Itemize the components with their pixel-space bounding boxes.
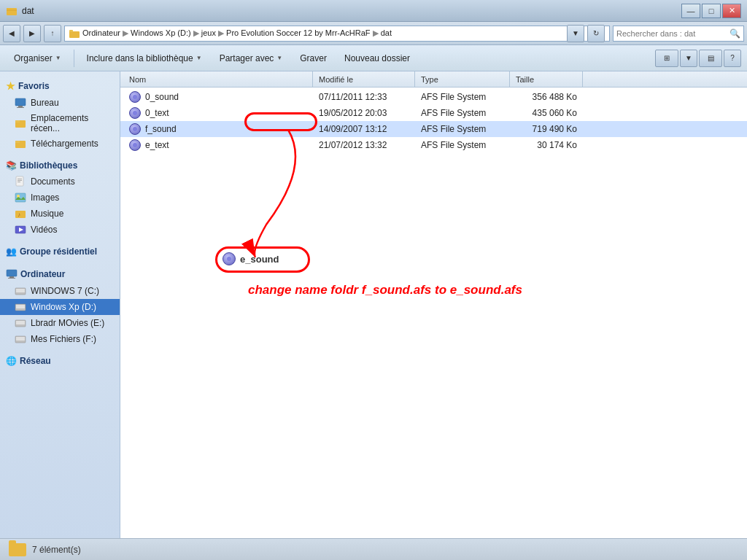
sidebar-item-videos[interactable]: Vidéos bbox=[0, 222, 120, 238]
reseau-header[interactable]: 🌐 Réseau bbox=[0, 353, 120, 369]
share-dropdown-arrow: ▼ bbox=[276, 55, 282, 61]
view-options-button[interactable]: ⊞ bbox=[655, 50, 678, 67]
file-date-cell: 14/09/2007 13:12 bbox=[313, 124, 415, 134]
toolbar-separator bbox=[74, 50, 74, 67]
maximize-button[interactable]: □ bbox=[702, 4, 721, 18]
refresh-button[interactable]: ↻ bbox=[587, 25, 605, 42]
close-button[interactable]: ✕ bbox=[722, 4, 741, 18]
svg-rect-26 bbox=[16, 289, 25, 292]
recent-icon bbox=[15, 117, 26, 129]
status-bar: 7 élément(s) bbox=[0, 538, 747, 560]
sidebar-item-images[interactable]: Images bbox=[0, 190, 120, 206]
instruction-text: change name foldr f_sound.afs to e_sound… bbox=[248, 283, 522, 298]
file-type-cell: AFS File System bbox=[415, 140, 510, 150]
afs-file-icon bbox=[129, 91, 141, 103]
window-controls: — □ ✕ bbox=[681, 4, 741, 18]
include-library-button[interactable]: Inclure dans la bibliothèque ▼ bbox=[79, 50, 210, 67]
favorites-section: ★ Favoris Bureau Emplacements récen... bbox=[0, 77, 120, 152]
svg-rect-12 bbox=[16, 176, 23, 186]
drive-f-icon bbox=[15, 333, 26, 345]
svg-rect-4 bbox=[69, 30, 73, 32]
svg-rect-14 bbox=[18, 180, 22, 181]
file-size-cell: 30 174 Ko bbox=[510, 140, 583, 150]
file-type-cell: AFS File System bbox=[415, 108, 510, 118]
sidebar-item-windowsxp[interactable]: Windows Xp (D:) bbox=[0, 299, 120, 315]
sidebar-item-emplacements[interactable]: Emplacements récen... bbox=[0, 111, 120, 136]
table-row[interactable]: e_text 21/07/2012 13:32 AFS File System … bbox=[120, 137, 747, 153]
svg-rect-28 bbox=[16, 305, 25, 308]
sidebar-item-documents[interactable]: Documents bbox=[0, 174, 120, 190]
file-size-cell: 356 488 Ko bbox=[510, 92, 583, 102]
new-folder-button[interactable]: Nouveau dossier bbox=[336, 50, 418, 67]
up-button[interactable]: ↑ bbox=[44, 25, 61, 42]
sidebar-item-musique[interactable]: ♪ Musique bbox=[0, 206, 120, 222]
col-name-header[interactable]: Nom bbox=[123, 71, 313, 87]
file-name-cell: 0_sound bbox=[123, 91, 313, 103]
ordinateur-section: Ordinateur WINDOWS 7 (C:) Windows Xp (D:… bbox=[0, 265, 120, 347]
status-count: 7 élément(s) bbox=[32, 545, 81, 555]
help-button[interactable]: ? bbox=[724, 50, 741, 67]
svg-rect-9 bbox=[15, 120, 20, 122]
preview-pane-button[interactable]: ▤ bbox=[699, 50, 722, 67]
col-size-header[interactable]: Taille bbox=[510, 71, 583, 87]
network-icon: 🌐 bbox=[6, 356, 17, 366]
drive-d-icon bbox=[15, 301, 26, 313]
file-date-cell: 21/07/2012 13:32 bbox=[313, 140, 415, 150]
e-sound-icon bbox=[222, 252, 236, 265]
favorites-header[interactable]: ★ Favoris bbox=[0, 77, 120, 95]
forward-button[interactable]: ▶ bbox=[23, 25, 41, 42]
file-list: 0_sound 07/11/2011 12:33 AFS File System… bbox=[120, 88, 747, 155]
star-icon: ★ bbox=[6, 80, 15, 92]
toolbar: Organiser ▼ Inclure dans la bibliothèque… bbox=[0, 45, 747, 71]
view-dropdown-button[interactable]: ▼ bbox=[680, 50, 697, 67]
col-date-header[interactable]: Modifié le bbox=[313, 71, 415, 87]
organise-dropdown-arrow: ▼ bbox=[55, 55, 61, 61]
folder-icon bbox=[69, 28, 80, 39]
svg-rect-11 bbox=[15, 141, 20, 143]
e-sound-annotation: e_sound bbox=[222, 252, 279, 265]
title-bar-left: dat bbox=[6, 5, 34, 17]
file-name-cell: e_text bbox=[123, 139, 313, 151]
file-name-cell: 0_text bbox=[123, 107, 313, 119]
address-dropdown-button[interactable]: ▼ bbox=[567, 25, 584, 42]
burn-button[interactable]: Graver bbox=[292, 50, 335, 67]
sidebar-item-lbradr[interactable]: Lbradr MOvies (E:) bbox=[0, 315, 120, 331]
images-icon bbox=[15, 192, 26, 203]
minimize-button[interactable]: — bbox=[681, 4, 700, 18]
col-type-header[interactable]: Type bbox=[415, 71, 510, 87]
svg-rect-6 bbox=[18, 106, 23, 107]
file-date-cell: 19/05/2012 20:03 bbox=[313, 108, 415, 118]
desktop-icon bbox=[15, 97, 26, 109]
svg-rect-24 bbox=[8, 278, 15, 279]
e-sound-label: e_sound bbox=[240, 254, 279, 265]
search-input[interactable] bbox=[616, 29, 729, 38]
group-icon: 👥 bbox=[6, 246, 17, 257]
sidebar-item-mesfichiers[interactable]: Mes Fichiers (F:) bbox=[0, 331, 120, 347]
table-row[interactable]: 0_sound 07/11/2011 12:33 AFS File System… bbox=[120, 89, 747, 105]
svg-rect-32 bbox=[16, 337, 25, 341]
back-button[interactable]: ◀ bbox=[3, 25, 20, 42]
groupe-header[interactable]: 👥 Groupe résidentiel bbox=[0, 244, 120, 260]
sidebar-item-windows7[interactable]: WINDOWS 7 (C:) bbox=[0, 283, 120, 299]
address-bar: ◀ ▶ ↑ Ordinateur ▶ Windows Xp (D:) ▶ jeu… bbox=[0, 22, 747, 45]
address-input[interactable]: Ordinateur ▶ Windows Xp (D:) ▶ jeux ▶ Pr… bbox=[64, 26, 610, 42]
svg-rect-30 bbox=[16, 321, 25, 324]
sidebar-item-telechargements[interactable]: Téléchargements bbox=[0, 136, 120, 152]
title-bar: dat — □ ✕ bbox=[0, 0, 747, 22]
file-date-cell: 07/11/2011 12:33 bbox=[313, 92, 415, 102]
library-icon: 📚 bbox=[6, 160, 17, 171]
file-size-cell: 719 490 Ko bbox=[510, 124, 583, 134]
sidebar-item-bureau[interactable]: Bureau bbox=[0, 95, 120, 111]
svg-rect-15 bbox=[18, 182, 20, 182]
organise-button[interactable]: Organiser ▼ bbox=[6, 50, 69, 67]
table-row[interactable]: f_sound 14/09/2007 13:12 AFS File System… bbox=[120, 121, 747, 137]
window-icon bbox=[6, 5, 18, 17]
ordinateur-header[interactable]: Ordinateur bbox=[0, 265, 120, 283]
main-area: ★ Favoris Bureau Emplacements récen... bbox=[0, 71, 747, 538]
libraries-header[interactable]: 📚 Bibliothèques bbox=[0, 158, 120, 174]
table-row[interactable]: 0_text 19/05/2012 20:03 AFS File System … bbox=[120, 105, 747, 121]
search-box[interactable]: 🔍 bbox=[613, 26, 744, 42]
reseau-section: 🌐 Réseau bbox=[0, 353, 120, 369]
svg-rect-22 bbox=[7, 270, 17, 276]
share-button[interactable]: Partager avec ▼ bbox=[212, 50, 291, 67]
